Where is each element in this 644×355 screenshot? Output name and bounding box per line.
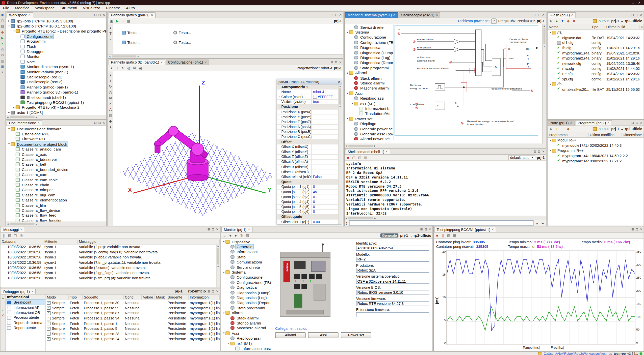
breakpoint-checkbox[interactable] — [47, 337, 50, 341]
scroll-left-icon[interactable]: ◄ — [7, 223, 9, 225]
close-tab-icon[interactable]: ✕ — [436, 14, 438, 17]
tab-workspace[interactable]: Workspace✕ — [7, 12, 33, 18]
table-row[interactable]: qmakeall-vs20... file BAT 25/11/2021 15:… — [548, 87, 644, 92]
field-input[interactable] — [356, 268, 429, 273]
clear-icon[interactable]: ▢ — [13, 233, 18, 238]
expander-icon[interactable]: ▾ — [222, 332, 225, 335]
tree-item[interactable]: Configurazione — [6, 34, 106, 39]
command-input[interactable] — [349, 220, 534, 226]
close-icon[interactable]: ✕ — [429, 227, 431, 231]
tree-item[interactable]: ▾ Sistema — [345, 30, 393, 35]
property-row[interactable]: Posizione X (posX) — [277, 109, 342, 114]
quick-link-button[interactable]: Assi — [308, 332, 338, 338]
tree-item[interactable]: ▾ ax1 (M1) — [221, 341, 271, 346]
sidebar-item[interactable]: Informazioni AF — [6, 305, 45, 310]
expander-icon[interactable]: ▾ — [549, 139, 552, 142]
tree-item[interactable]: Flash — [6, 44, 106, 49]
property-row[interactable]: Offset B (offsetB) — [277, 164, 342, 169]
float-icon[interactable]: ⊡ — [538, 13, 540, 17]
scroll-right-icon[interactable]: ► — [374, 145, 376, 147]
float-icon[interactable]: ⊡ — [636, 121, 638, 125]
scroll-thumb[interactable] — [339, 88, 341, 105]
tree-item[interactable]: Classe rc_elementlocation — [6, 197, 106, 202]
expander-icon[interactable]: ▾ — [346, 71, 349, 75]
tree-item[interactable]: ▸ Progetto RTE (prj-3) - Macchina 2 — [6, 105, 106, 110]
breakpoint-row[interactable]: Sempre Fetch Processo 1, passo 87 Nessun… — [46, 311, 220, 316]
tree-item[interactable]: Servizi di rete — [221, 264, 271, 270]
tree-item[interactable]: Maschere allarmi — [345, 86, 393, 91]
scroll-right-icon[interactable]: ► — [374, 217, 376, 219]
horizontal-scrollbar[interactable]: ◄► — [345, 216, 546, 220]
scroll-right-icon[interactable]: ► — [35, 116, 38, 119]
tab-monitor[interactable]: Monitor (prj-1)✕ — [221, 227, 253, 232]
field-input[interactable] — [356, 279, 429, 284]
pointer-icon[interactable]: ▲ — [108, 73, 113, 77]
tab-note[interactable]: Note (prj-1)✕ — [548, 120, 575, 126]
tree-item[interactable]: Diagnostica (Dump) — [345, 50, 393, 55]
close-tab-icon[interactable]: ✕ — [570, 122, 572, 125]
axes-icon[interactable]: ∠ — [108, 101, 113, 106]
property-row[interactable]: Offset C (offsetC) — [277, 169, 342, 174]
tree-item[interactable]: Stato programmi — [221, 305, 271, 310]
close-icon[interactable]: ✕ — [216, 289, 218, 293]
lamp-tool-icon[interactable]: ● — [108, 37, 113, 41]
zoom-view-icon[interactable]: ◎ — [108, 90, 113, 94]
menu-item[interactable]: Finestre — [103, 6, 123, 10]
tab-pptest[interactable]: Test ping/pong BCC/31 (pptest-1)✕ — [434, 227, 496, 232]
tab-sysm[interactable]: Monitor di sistema (sysm-1)✕ — [345, 12, 398, 18]
expander-icon[interactable]: ▾ — [549, 31, 552, 34]
property-row[interactable]: Offset relativi (relOff) Falso — [277, 174, 342, 180]
property-row[interactable]: ▸Colore (color) #FFFFFF — [277, 95, 342, 100]
stop-icon[interactable]: ■ — [346, 155, 350, 160]
tree-item[interactable]: Generale power set — [345, 126, 393, 131]
field-input[interactable] — [356, 257, 429, 262]
sidebar-item[interactable]: Report di sistema — [6, 320, 45, 325]
scroll-up-icon[interactable]: ▲ — [339, 85, 341, 87]
property-value[interactable]: 45 — [313, 190, 317, 194]
message-row[interactable]: 10/03/2022 10:36:58 sysm-1 Variabile (?.… — [1, 250, 220, 255]
property-value[interactable]: 0 — [313, 210, 315, 214]
tab-programmi[interactable]: Programmi (prj-1)✕ — [575, 120, 612, 126]
tree-item[interactable]: Monitor di sistema (sysm-1) — [6, 64, 106, 69]
breakpoint-row[interactable]: Sempre Fetch Processo 1, passo 1 Nessuna… — [46, 321, 220, 326]
tree-item[interactable]: Generale — [221, 244, 271, 249]
property-value[interactable]: #FFFFFF — [318, 95, 333, 99]
close-icon[interactable]: ✕ — [216, 227, 218, 231]
property-row[interactable]: Offset Z (offsetZ) — [277, 155, 342, 160]
save-icon[interactable]: ▤ — [7, 233, 12, 238]
tree-item[interactable]: ▾ Allarmi — [221, 310, 271, 315]
list-icon[interactable]: ▤ — [108, 113, 113, 117]
dock-build-icon[interactable]: ◆ — [0, 30, 5, 35]
pin-icon[interactable]: ⊟ — [331, 60, 333, 64]
tree-item[interactable]: Classe rc_bdeserver — [6, 157, 106, 162]
pin-icon[interactable]: ⊟ — [94, 13, 97, 17]
table-row[interactable]: df1.cfg config — [548, 40, 644, 45]
close-tab-icon[interactable]: ✕ — [37, 122, 40, 125]
close-icon[interactable]: ✕ — [640, 13, 642, 17]
expander-icon[interactable]: ▾ — [346, 31, 349, 34]
tree-item[interactable]: Configurazione (FB) — [345, 40, 393, 45]
float-icon[interactable]: ⊡ — [98, 121, 101, 125]
tree-item[interactable]: Riepilogo assi — [221, 336, 271, 341]
dock-search-icon[interactable]: ◎ — [0, 47, 5, 52]
property-row[interactable]: Offset X (offsetX) — [277, 144, 342, 150]
sidebar-item[interactable]: Informazioni OB — [6, 310, 45, 315]
sidebar-item[interactable]: Report utente — [6, 325, 45, 330]
close-tab-icon[interactable]: ✕ — [20, 228, 22, 231]
tree-item[interactable]: Pannello grafico (pan-1) — [6, 84, 106, 90]
property-value[interactable]: 0 — [313, 195, 315, 199]
tree-item[interactable]: Stack allarmi — [221, 315, 271, 320]
send-icon[interactable]: ► — [540, 221, 545, 225]
message-row[interactable]: 10/03/2022 10:36:58 sysm-1 Variabile (?.… — [1, 245, 220, 250]
label-icon[interactable]: A — [108, 107, 113, 112]
expander-icon[interactable]: ▾ — [7, 127, 11, 131]
text-tool-icon[interactable]: T — [108, 31, 113, 36]
pointer-icon[interactable]: ▲ — [108, 25, 113, 30]
expander-icon[interactable]: ▾ — [222, 271, 225, 274]
tree-item[interactable]: ▾ Dispositivo — [221, 239, 271, 244]
quick-link-button[interactable]: Power set — [341, 332, 371, 338]
column-header[interactable]: Valore — [142, 295, 155, 299]
tree-item[interactable]: Diagnostica (Dump) — [221, 290, 271, 295]
refresh-icon[interactable]: ↻ — [549, 19, 553, 23]
breakpoint-checkbox[interactable] — [47, 316, 50, 320]
